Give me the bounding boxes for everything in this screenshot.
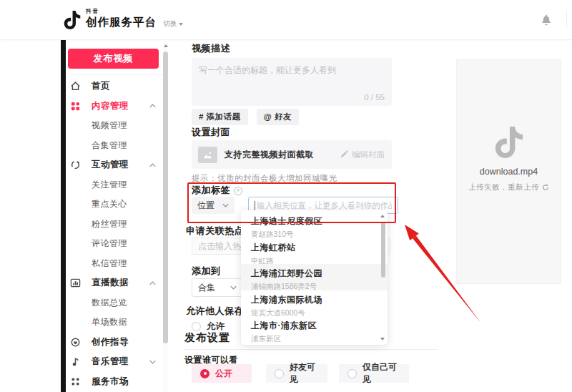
visibility-options: 公开 好友可见 仅自己可见 bbox=[192, 364, 409, 383]
sidebar-item-label: 评论管理 bbox=[92, 237, 127, 250]
radio-icon bbox=[275, 369, 284, 378]
sidebar-item-label: 重点关心 bbox=[92, 198, 127, 210]
location-suggestion-item[interactable]: 上海浦江郊野公园 浦锦南路1586弄2号 bbox=[241, 264, 388, 290]
description-textarea[interactable]: 写一个合适的标题，能让更多人看到 0 / 55 bbox=[192, 58, 392, 106]
upload-status[interactable]: 上传失败，重新上传 bbox=[468, 182, 549, 192]
sidebar-item-collection-mgmt[interactable]: 合集管理 bbox=[66, 136, 169, 156]
location-title: 上海浦东国际机场 bbox=[251, 294, 378, 306]
visibility-option-label: 好友可见 bbox=[290, 361, 319, 386]
visibility-option-public[interactable]: 公开 bbox=[192, 364, 252, 383]
sidebar-item-label: 视频管理 bbox=[92, 119, 127, 132]
sidebar-item-key-care[interactable]: 重点关心 bbox=[66, 195, 169, 215]
tags-label: 添加标签? bbox=[192, 184, 242, 197]
douyin-logo-icon bbox=[63, 9, 82, 31]
sidebar-item-live-data[interactable]: 直播数据 bbox=[66, 273, 169, 293]
account-switch[interactable]: 切换 bbox=[163, 19, 183, 29]
brand-small-label: 抖音 bbox=[86, 9, 157, 14]
dropdown-scrollbar-thumb[interactable] bbox=[381, 222, 385, 278]
chevron-up-icon bbox=[149, 163, 156, 167]
sidebar-item-single-data[interactable]: 单场数据 bbox=[66, 313, 169, 333]
sidebar-item-video-mgmt[interactable]: 视频管理 bbox=[66, 116, 169, 136]
sidebar-item-creation-guide[interactable]: 创作指导 bbox=[66, 333, 169, 353]
radio-icon bbox=[347, 369, 357, 378]
visibility-option-private[interactable]: 仅自己可见 bbox=[339, 364, 409, 383]
description-placeholder: 写一个合适的标题，能让更多人看到 bbox=[199, 64, 336, 77]
visibility-option-label: 公开 bbox=[215, 368, 232, 380]
page-title: 创作服务平台 bbox=[86, 16, 157, 28]
publish-settings-heading: 发布设置 bbox=[184, 331, 230, 345]
sidebar-item-label: 互动管理 bbox=[92, 159, 129, 171]
text-caret bbox=[255, 201, 255, 210]
sidebar-item-follow-mgmt[interactable]: 关注管理 bbox=[66, 175, 169, 195]
publish-video-button[interactable]: 发布视频 bbox=[68, 49, 159, 69]
logo[interactable]: 抖音 创作服务平台 切换 bbox=[63, 9, 183, 31]
sidebar-item-home[interactable]: 首页 bbox=[66, 77, 169, 97]
tag-type-value: 位置 bbox=[197, 200, 214, 212]
image-placeholder-icon bbox=[198, 147, 217, 163]
collection-select[interactable]: 合集 bbox=[192, 278, 243, 297]
sidebar-item-service-market[interactable]: 服务市场 bbox=[66, 372, 169, 392]
notification-bell-icon[interactable] bbox=[539, 11, 553, 27]
sidebar-item-dm-mgmt[interactable]: 私信管理 bbox=[66, 254, 169, 274]
mention-friend-button[interactable]: @ 好友 bbox=[257, 109, 299, 125]
location-title: 上海虹桥站 bbox=[251, 242, 378, 254]
location-title: 上海市·浦东新区 bbox=[251, 320, 378, 332]
sidebar-scrollbar-thumb[interactable] bbox=[163, 52, 168, 343]
sidebar-item-content-mgmt[interactable]: 内容管理 bbox=[66, 97, 169, 117]
location-suggestion-item[interactable]: 上海虹桥站 申虹路 bbox=[241, 238, 388, 265]
cover-label: 设置封面 bbox=[192, 126, 230, 139]
visibility-option-friends[interactable]: 好友可见 bbox=[266, 364, 327, 383]
chevron-up-icon bbox=[149, 104, 156, 108]
upload-status-text: 上传失败，重新上传 bbox=[468, 182, 539, 192]
sidebar-menu: 首页 内容管理 视频管理 合集管理 互动管理 关注管理 重点关心 粉丝管理 评论… bbox=[66, 77, 169, 392]
bar-chart-icon bbox=[70, 278, 81, 288]
sidebar-item-label: 合集管理 bbox=[92, 139, 127, 152]
chevron-down-icon bbox=[230, 285, 237, 290]
section-divider bbox=[183, 349, 438, 350]
header: 抖音 创作服务平台 切换 bbox=[0, 0, 572, 40]
scrollbar-up-arrow-icon[interactable] bbox=[380, 215, 385, 217]
sidebar-item-fans-mgmt[interactable]: 粉丝管理 bbox=[66, 215, 169, 235]
sidebar-item-label: 数据总览 bbox=[92, 297, 127, 309]
hotspot-label-text: 申请关联热点 bbox=[186, 225, 244, 236]
sidebar-item-label: 关注管理 bbox=[92, 179, 127, 191]
guide-heart-icon bbox=[70, 337, 81, 348]
location-title: 上海浦江郊野公园 bbox=[251, 268, 378, 280]
chevron-down-icon bbox=[149, 360, 156, 364]
sidebar-item-music-mgmt[interactable]: 音乐管理 bbox=[66, 352, 169, 372]
question-icon[interactable]: ? bbox=[234, 187, 242, 195]
content-grid-icon bbox=[70, 101, 81, 112]
sidebar-item-label: 私信管理 bbox=[92, 258, 127, 270]
tag-type-select[interactable]: 位置 bbox=[192, 197, 235, 214]
sidebar-item-interaction-mgmt[interactable]: 互动管理 bbox=[66, 155, 169, 175]
sidebar-item-label: 单场数据 bbox=[92, 316, 127, 328]
description-label: 视频描述 bbox=[192, 42, 230, 55]
location-suggestions-dropdown: 上海迪士尼度假区 黄赵路310号 上海虹桥站 申虹路 上海浦江郊野公园 浦锦南路… bbox=[241, 210, 388, 345]
location-suggestion-item[interactable]: 上海市·浦东新区 浦东新区 bbox=[241, 316, 388, 343]
retry-refresh-icon[interactable] bbox=[542, 184, 549, 191]
sidebar-item-data-overview[interactable]: 数据总览 bbox=[66, 293, 169, 313]
sidebar-item-comment-mgmt[interactable]: 评论管理 bbox=[66, 234, 169, 254]
location-subtitle: 浦东新区 bbox=[251, 334, 378, 344]
market-dots-icon bbox=[70, 376, 81, 387]
cover-box[interactable]: 支持完整视频封面截取 编辑封面 bbox=[192, 140, 392, 169]
sidebar-item-label: 内容管理 bbox=[92, 100, 129, 112]
location-suggestion-item[interactable]: 上海浦东国际机场 迎宾大道6000号 bbox=[241, 290, 388, 317]
chevron-down-icon bbox=[222, 203, 229, 207]
sidebar-item-label: 创作指导 bbox=[92, 336, 129, 348]
radio-icon bbox=[192, 322, 201, 331]
header-divider bbox=[566, 11, 567, 27]
edit-cover-button[interactable]: 编辑封面 bbox=[340, 150, 385, 160]
scrollbar-up-arrow-icon[interactable] bbox=[164, 44, 168, 47]
visibility-option-label: 仅自己可见 bbox=[363, 361, 400, 386]
location-suggestion-item[interactable]: 上海迪士尼度假区 黄赵路310号 bbox=[241, 212, 388, 238]
location-title: 上海迪士尼度假区 bbox=[251, 215, 378, 227]
scrollbar-down-arrow-icon[interactable] bbox=[380, 338, 385, 340]
sidebar-item-label: 音乐管理 bbox=[92, 356, 129, 368]
sidebar-left-edge bbox=[61, 40, 66, 392]
location-input-placeholder: 输入相关位置，让更多人看到你的作品 bbox=[257, 200, 392, 211]
cover-hint: 提示：优质的封面会极大增加同城曝光 bbox=[192, 173, 337, 184]
add-topic-button[interactable]: # 添加话题 bbox=[192, 109, 248, 125]
collection-select-value: 合集 bbox=[198, 282, 215, 294]
char-counter: 0 / 55 bbox=[364, 93, 385, 102]
